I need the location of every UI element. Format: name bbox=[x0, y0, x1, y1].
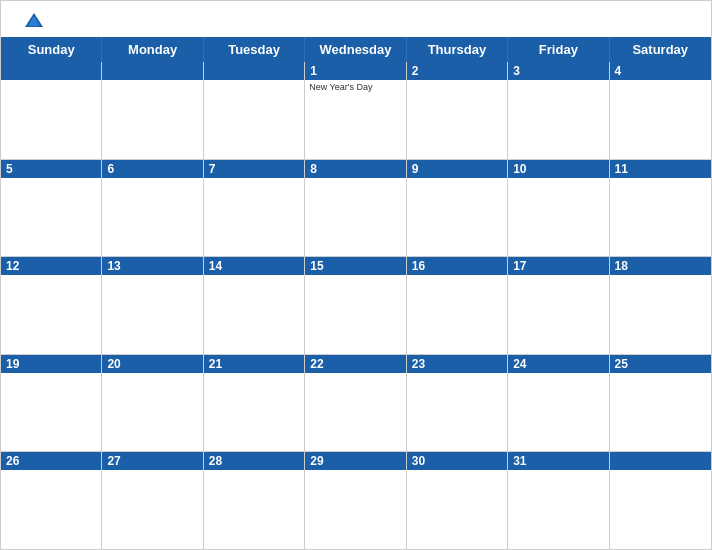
day-number: 31 bbox=[508, 452, 608, 470]
day-cell: 4 bbox=[610, 62, 711, 159]
day-header-tuesday: Tuesday bbox=[204, 37, 305, 62]
day-number: 24 bbox=[508, 355, 608, 373]
week-row-3: 12131415161718 bbox=[1, 257, 711, 355]
day-cell: 1New Year's Day bbox=[305, 62, 406, 159]
day-cell: 25 bbox=[610, 355, 711, 452]
day-number: 27 bbox=[102, 452, 202, 470]
day-cell: 20 bbox=[102, 355, 203, 452]
day-number: 30 bbox=[407, 452, 507, 470]
day-number bbox=[102, 62, 202, 80]
day-number: 6 bbox=[102, 160, 202, 178]
day-number bbox=[610, 452, 711, 470]
day-number: 12 bbox=[1, 257, 101, 275]
day-cell: 16 bbox=[407, 257, 508, 354]
day-number: 1 bbox=[305, 62, 405, 80]
day-cell: 14 bbox=[204, 257, 305, 354]
day-number bbox=[204, 62, 304, 80]
day-cell: 2 bbox=[407, 62, 508, 159]
day-cell: 30 bbox=[407, 452, 508, 549]
calendar-container: SundayMondayTuesdayWednesdayThursdayFrid… bbox=[0, 0, 712, 550]
week-row-2: 567891011 bbox=[1, 160, 711, 258]
day-header-friday: Friday bbox=[508, 37, 609, 62]
day-cell: 27 bbox=[102, 452, 203, 549]
day-number: 11 bbox=[610, 160, 711, 178]
day-cell: 31 bbox=[508, 452, 609, 549]
day-headers: SundayMondayTuesdayWednesdayThursdayFrid… bbox=[1, 37, 711, 62]
day-cell: 7 bbox=[204, 160, 305, 257]
day-number: 20 bbox=[102, 355, 202, 373]
day-number: 9 bbox=[407, 160, 507, 178]
day-number: 17 bbox=[508, 257, 608, 275]
day-cell bbox=[610, 452, 711, 549]
day-cell: 10 bbox=[508, 160, 609, 257]
holiday-label: New Year's Day bbox=[305, 80, 405, 94]
day-header-wednesday: Wednesday bbox=[305, 37, 406, 62]
day-cell: 6 bbox=[102, 160, 203, 257]
day-number: 15 bbox=[305, 257, 405, 275]
day-cell: 18 bbox=[610, 257, 711, 354]
day-cell: 12 bbox=[1, 257, 102, 354]
calendar-header bbox=[1, 1, 711, 37]
day-number: 5 bbox=[1, 160, 101, 178]
week-row-1: 1New Year's Day234 bbox=[1, 62, 711, 160]
day-number: 4 bbox=[610, 62, 711, 80]
logo-icon bbox=[23, 11, 45, 29]
day-cell: 19 bbox=[1, 355, 102, 452]
day-number: 10 bbox=[508, 160, 608, 178]
day-number: 25 bbox=[610, 355, 711, 373]
day-cell bbox=[204, 62, 305, 159]
day-number: 14 bbox=[204, 257, 304, 275]
day-number: 23 bbox=[407, 355, 507, 373]
day-header-thursday: Thursday bbox=[407, 37, 508, 62]
day-cell: 5 bbox=[1, 160, 102, 257]
day-cell: 23 bbox=[407, 355, 508, 452]
day-cell: 9 bbox=[407, 160, 508, 257]
day-cell: 17 bbox=[508, 257, 609, 354]
day-cell bbox=[102, 62, 203, 159]
calendar-grid: SundayMondayTuesdayWednesdayThursdayFrid… bbox=[1, 37, 711, 549]
day-number: 21 bbox=[204, 355, 304, 373]
week-row-5: 262728293031 bbox=[1, 452, 711, 549]
weeks-container: 1New Year's Day2345678910111213141516171… bbox=[1, 62, 711, 549]
day-number: 26 bbox=[1, 452, 101, 470]
day-number: 3 bbox=[508, 62, 608, 80]
day-cell: 26 bbox=[1, 452, 102, 549]
day-cell: 22 bbox=[305, 355, 406, 452]
logo-area bbox=[21, 11, 45, 29]
day-cell: 8 bbox=[305, 160, 406, 257]
day-header-saturday: Saturday bbox=[610, 37, 711, 62]
day-cell: 3 bbox=[508, 62, 609, 159]
day-number: 28 bbox=[204, 452, 304, 470]
day-cell bbox=[1, 62, 102, 159]
day-header-monday: Monday bbox=[102, 37, 203, 62]
day-cell: 28 bbox=[204, 452, 305, 549]
day-number: 2 bbox=[407, 62, 507, 80]
day-number: 29 bbox=[305, 452, 405, 470]
day-cell: 24 bbox=[508, 355, 609, 452]
day-number bbox=[1, 62, 101, 80]
day-number: 18 bbox=[610, 257, 711, 275]
day-cell: 21 bbox=[204, 355, 305, 452]
day-number: 16 bbox=[407, 257, 507, 275]
day-number: 19 bbox=[1, 355, 101, 373]
day-cell: 15 bbox=[305, 257, 406, 354]
day-number: 7 bbox=[204, 160, 304, 178]
week-row-4: 19202122232425 bbox=[1, 355, 711, 453]
day-cell: 11 bbox=[610, 160, 711, 257]
day-cell: 29 bbox=[305, 452, 406, 549]
day-header-sunday: Sunday bbox=[1, 37, 102, 62]
day-number: 8 bbox=[305, 160, 405, 178]
day-number: 22 bbox=[305, 355, 405, 373]
day-number: 13 bbox=[102, 257, 202, 275]
day-cell: 13 bbox=[102, 257, 203, 354]
